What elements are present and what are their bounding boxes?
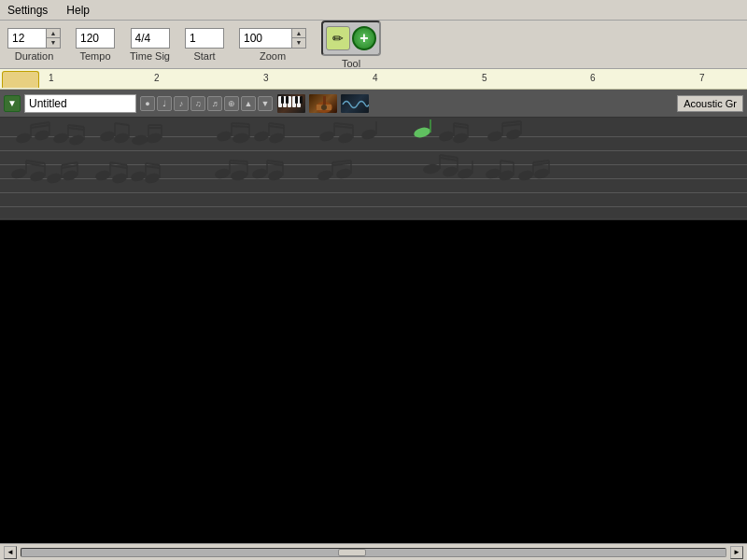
zoom-group: ▲ ▼ Zoom — [239, 28, 306, 62]
tool-group: ✏ + Tool — [321, 21, 381, 69]
svg-point-115 — [442, 165, 458, 178]
svg-line-70 — [502, 124, 521, 126]
svg-line-94 — [146, 166, 160, 168]
start-label: Start — [193, 50, 215, 62]
svg-point-21 — [52, 132, 69, 145]
scrollbar-thumb[interactable] — [338, 549, 366, 556]
duration-input-wrap: ▲ ▼ — [7, 28, 61, 49]
note-eighth-btn[interactable]: ♫ — [190, 96, 205, 111]
svg-point-119 — [457, 167, 473, 180]
svg-point-40 — [232, 133, 249, 145]
svg-point-89 — [130, 170, 147, 183]
black-area — [0, 220, 747, 491]
tempo-group: Tempo — [76, 28, 115, 62]
instrument-icons — [276, 93, 370, 114]
timesig-input[interactable] — [132, 29, 169, 48]
svg-point-15 — [15, 132, 32, 145]
menu-help[interactable]: Help — [63, 4, 93, 17]
svg-point-73 — [29, 170, 46, 183]
duration-up[interactable]: ▲ — [47, 29, 60, 38]
svg-point-17 — [34, 129, 50, 142]
timeline-ruler: 1 2 3 4 5 6 7 — [47, 69, 747, 89]
zoom-input[interactable] — [240, 29, 291, 48]
pencil-tool-button[interactable]: ✏ — [326, 26, 350, 50]
svg-point-97 — [230, 170, 247, 182]
svg-point-32 — [131, 134, 148, 147]
notes-canvas — [0, 118, 747, 218]
bottom-scrollbar: ◄ ► — [0, 543, 747, 560]
svg-point-67 — [505, 128, 522, 141]
svg-line-55 — [334, 126, 353, 128]
track-up-arrow-btn[interactable]: ▲ — [241, 96, 256, 111]
duration-down[interactable]: ▼ — [47, 38, 60, 48]
menu-settings[interactable]: Settings — [4, 4, 51, 17]
menubar: Settings Help — [0, 0, 747, 21]
svg-line-99 — [230, 161, 247, 161]
svg-line-125 — [500, 161, 514, 162]
svg-line-49 — [269, 126, 284, 128]
svg-line-63 — [454, 123, 468, 125]
zoom-up[interactable]: ▲ — [292, 29, 305, 38]
note-group-3 — [216, 123, 285, 145]
tempo-input[interactable] — [77, 29, 114, 48]
timeline-tab[interactable] — [2, 71, 39, 88]
svg-point-95 — [214, 167, 231, 180]
timesig-label: Time Sig — [130, 50, 170, 62]
timeline-header: 1 2 3 4 5 6 7 — [0, 69, 747, 90]
scroll-left-button[interactable]: ◄ — [4, 546, 17, 559]
ruler-mark-6: 6 — [590, 73, 596, 83]
acoustic-guitar-label[interactable]: Acoustic Gr — [677, 95, 743, 112]
svg-point-109 — [335, 167, 352, 180]
svg-line-54 — [334, 123, 353, 125]
note-whole-btn[interactable]: ● — [140, 96, 155, 111]
note-group-4 — [318, 121, 377, 145]
svg-point-56 — [360, 128, 377, 141]
start-group: Start — [185, 28, 224, 62]
track-down-arrow-btn[interactable]: ▼ — [258, 96, 273, 111]
svg-point-65 — [486, 130, 503, 143]
svg-rect-5 — [281, 96, 284, 104]
svg-line-106 — [267, 163, 283, 165]
track-collapse-button[interactable]: ▼ — [4, 95, 21, 112]
add-tool-button[interactable]: + — [352, 26, 376, 50]
note-quarter-btn[interactable]: ♪ — [174, 96, 189, 111]
svg-point-121 — [485, 167, 501, 180]
svg-point-85 — [111, 172, 128, 185]
ruler-mark-4: 4 — [373, 73, 378, 83]
start-input-wrap — [185, 28, 224, 49]
svg-line-64 — [454, 126, 468, 128]
ruler-mark-3: 3 — [263, 73, 269, 83]
svg-point-77 — [46, 172, 63, 185]
svg-point-44 — [253, 130, 270, 143]
note-group-1 — [15, 122, 85, 147]
svg-point-52 — [337, 132, 354, 145]
scroll-right-button[interactable]: ► — [730, 546, 743, 559]
tool-buttons-container: ✏ + — [321, 21, 381, 56]
guitar-icon[interactable] — [308, 93, 338, 114]
svg-point-126 — [517, 169, 534, 182]
ruler-mark-5: 5 — [482, 73, 487, 83]
track-name-input[interactable] — [24, 94, 136, 113]
duration-input[interactable] — [8, 29, 46, 48]
note-half-btn[interactable]: ♩ — [157, 96, 172, 111]
tempo-input-wrap — [76, 28, 115, 49]
svg-rect-6 — [286, 96, 289, 104]
piano-icon[interactable] — [276, 93, 306, 114]
start-input[interactable] — [186, 29, 223, 48]
svg-line-131 — [533, 163, 549, 165]
svg-point-107 — [317, 169, 333, 182]
svg-line-69 — [502, 121, 521, 123]
ruler-mark-1: 1 — [49, 73, 54, 83]
note-options-btn[interactable]: ⊕ — [224, 96, 239, 111]
wave-icon[interactable] — [340, 93, 370, 114]
svg-point-23 — [68, 133, 85, 147]
note-group-6 — [486, 121, 522, 143]
timesig-input-wrap — [131, 28, 170, 49]
zoom-label: Zoom — [260, 50, 286, 62]
note-group-5 — [438, 123, 469, 145]
svg-line-100 — [230, 163, 247, 164]
ruler-mark-2: 2 — [154, 73, 160, 83]
note-sixteenth-btn[interactable]: ♬ — [207, 96, 222, 111]
svg-point-50 — [318, 130, 335, 143]
zoom-down[interactable]: ▼ — [292, 38, 305, 48]
